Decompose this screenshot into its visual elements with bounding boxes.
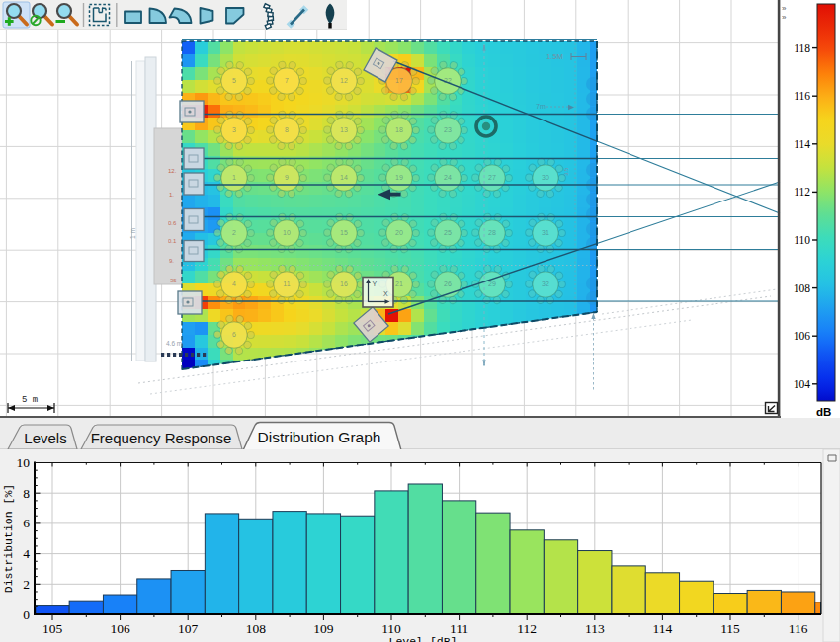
svg-text:10: 10: [283, 229, 291, 236]
svg-text:2: 2: [23, 577, 30, 592]
svg-text:5 m: 5 m: [22, 395, 38, 405]
svg-text:Level [dB]: Level [dB]: [388, 635, 457, 642]
svg-text:Frequency Response: Frequency Response: [91, 430, 232, 446]
svg-text:7: 7: [285, 77, 289, 84]
svg-text:28: 28: [488, 229, 496, 236]
svg-text:8: 8: [285, 126, 289, 133]
svg-text:1 m: 1 m: [129, 228, 136, 239]
svg-text:dB: dB: [816, 406, 831, 418]
svg-text:107: 107: [178, 621, 199, 636]
svg-text:11: 11: [283, 281, 290, 287]
svg-text:2: 2: [232, 229, 236, 236]
svg-text:32: 32: [542, 281, 549, 287]
svg-text:113: 113: [585, 621, 605, 636]
svg-text:106: 106: [794, 330, 811, 342]
svg-text:1.5M: 1.5M: [546, 52, 563, 61]
svg-text:15: 15: [340, 229, 348, 236]
svg-text:112: 112: [517, 621, 537, 636]
svg-text:»: »: [782, 13, 787, 22]
svg-text:14: 14: [340, 174, 348, 181]
svg-text:0: 0: [23, 607, 30, 622]
svg-text:»: »: [782, 4, 787, 13]
svg-text:8: 8: [23, 486, 30, 501]
svg-text:0.6: 0.6: [168, 220, 177, 226]
svg-text:23: 23: [444, 126, 452, 133]
svg-text:118: 118: [794, 42, 810, 54]
svg-text:17: 17: [395, 77, 403, 84]
svg-text:9: 9: [285, 174, 289, 181]
svg-text:106: 106: [110, 621, 130, 636]
svg-text:111: 111: [450, 621, 468, 636]
svg-text:18: 18: [395, 126, 403, 133]
svg-text:27: 27: [488, 174, 496, 181]
svg-text:Y: Y: [373, 281, 378, 287]
svg-text:115: 115: [720, 621, 740, 636]
svg-text:12: 12: [340, 77, 348, 84]
svg-text:7m: 7m: [536, 103, 546, 110]
svg-text:35: 35: [170, 278, 177, 283]
svg-text:1.: 1.: [169, 192, 174, 198]
svg-text:3: 3: [232, 126, 236, 133]
svg-text:10: 10: [17, 455, 31, 470]
svg-text:Distribution [%]: Distribution [%]: [2, 484, 15, 593]
svg-text:104: 104: [794, 378, 811, 390]
svg-text:30: 30: [542, 174, 549, 181]
svg-text:9.: 9.: [169, 258, 174, 264]
svg-text:4: 4: [232, 281, 236, 287]
svg-text:20: 20: [395, 229, 403, 236]
svg-text:29: 29: [488, 281, 496, 287]
svg-text:6: 6: [232, 331, 236, 338]
svg-text:31: 31: [542, 229, 549, 236]
svg-text:110: 110: [381, 621, 401, 636]
svg-text:26: 26: [444, 281, 452, 287]
svg-text:110: 110: [794, 234, 810, 246]
svg-text:105: 105: [42, 621, 63, 636]
svg-text:4: 4: [23, 546, 30, 561]
svg-text:19: 19: [395, 174, 403, 181]
svg-text:116: 116: [789, 621, 808, 636]
svg-text:Distribution Graph: Distribution Graph: [258, 429, 381, 445]
svg-text:5: 5: [232, 77, 236, 84]
svg-text:108: 108: [794, 282, 811, 294]
svg-text:114: 114: [794, 138, 810, 150]
svg-text:0.1: 0.1: [168, 238, 177, 244]
svg-text:114: 114: [653, 621, 673, 636]
svg-text:12.: 12.: [168, 168, 177, 174]
svg-text:108: 108: [246, 621, 267, 636]
svg-text:25: 25: [444, 229, 452, 236]
svg-text:24: 24: [444, 174, 452, 181]
svg-text:Levels: Levels: [24, 430, 66, 446]
svg-text:112: 112: [794, 186, 810, 198]
svg-text:13: 13: [340, 126, 348, 133]
svg-text:16: 16: [340, 281, 348, 287]
svg-text:109: 109: [313, 621, 334, 636]
svg-text:X: X: [383, 290, 388, 297]
svg-text:1: 1: [232, 174, 236, 181]
svg-text:4.6 m: 4.6 m: [166, 340, 182, 347]
svg-text:6: 6: [23, 516, 30, 530]
svg-text:116: 116: [794, 90, 810, 102]
svg-text:3.5: 3.5: [563, 167, 569, 176]
svg-text:21: 21: [395, 281, 403, 287]
